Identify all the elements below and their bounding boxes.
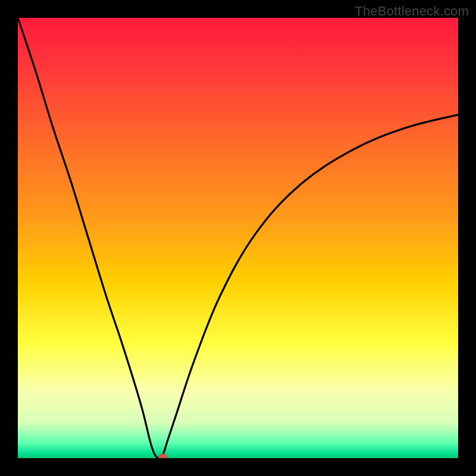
plot-area	[18, 18, 458, 458]
watermark-text: TheBottleneck.com	[355, 4, 469, 19]
bottleneck-curve	[18, 18, 458, 458]
chart-frame: TheBottleneck.com	[0, 0, 476, 476]
curve-layer	[18, 18, 458, 458]
